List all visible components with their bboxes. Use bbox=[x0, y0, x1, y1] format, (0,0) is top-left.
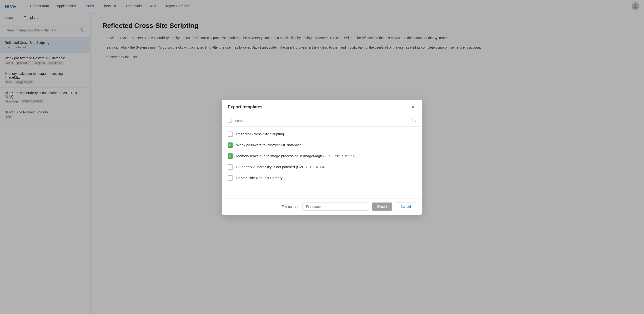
item-checkbox-2[interactable] bbox=[228, 154, 233, 159]
modal-title: Export templates bbox=[228, 104, 262, 110]
item-label-1: Weak password to PostgreSQL database bbox=[236, 143, 302, 147]
modal-close-button[interactable]: ✕ bbox=[410, 104, 416, 110]
item-checkbox-0[interactable] bbox=[228, 132, 233, 137]
modal-overlay[interactable]: Export templates ✕ Reflected Cross-Site … bbox=[0, 0, 644, 314]
export-modal: Export templates ✕ Reflected Cross-Site … bbox=[222, 100, 422, 215]
modal-list-item[interactable]: Weak password to PostgreSQL database bbox=[222, 140, 422, 150]
item-label-4: Server Side Request Forgery bbox=[236, 176, 282, 180]
modal-list-item[interactable]: Server Side Request Forgery bbox=[222, 172, 422, 184]
item-label-3: BlueKeep vulnerability is not patched (C… bbox=[236, 165, 324, 169]
modal-list-item[interactable]: BlueKeep vulnerability is not patched (C… bbox=[222, 162, 422, 172]
modal-list-item[interactable]: Reflected Cross-Site Scripting bbox=[222, 129, 422, 140]
filename-label: File name* bbox=[282, 205, 298, 208]
modal-items-list: Reflected Cross-Site Scripting Weak pass… bbox=[222, 127, 422, 198]
cancel-button[interactable]: Cancel bbox=[395, 202, 416, 211]
item-label-0: Reflected Cross-Site Scripting bbox=[236, 132, 284, 136]
export-button[interactable]: Export bbox=[372, 202, 392, 210]
modal-search-input[interactable] bbox=[235, 118, 409, 124]
modal-search-icon bbox=[412, 118, 416, 123]
filename-input[interactable] bbox=[302, 202, 369, 210]
item-label-2: Memory leaks due to image processing in … bbox=[236, 154, 355, 158]
item-checkbox-4[interactable] bbox=[228, 175, 233, 180]
modal-header: Export templates ✕ bbox=[222, 100, 422, 115]
modal-footer: File name* Export Cancel bbox=[222, 198, 422, 215]
modal-list-item[interactable]: Memory leaks due to image processing in … bbox=[222, 150, 422, 162]
select-all-checkbox[interactable] bbox=[228, 119, 232, 123]
item-checkbox-1[interactable] bbox=[228, 142, 233, 148]
modal-search-row bbox=[222, 115, 422, 127]
svg-line-8 bbox=[415, 121, 416, 122]
item-checkbox-3[interactable] bbox=[228, 164, 233, 170]
